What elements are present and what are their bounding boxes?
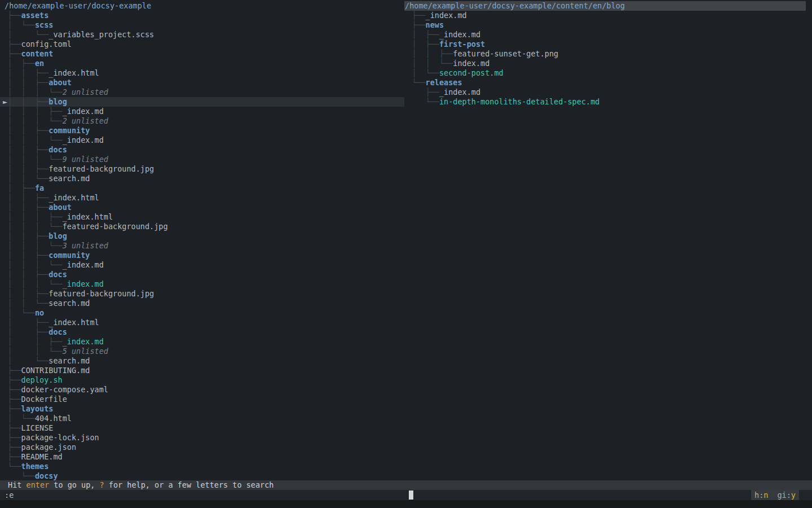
directory-name[interactable]: releases: [426, 78, 462, 87]
tree-row[interactable]: └──themes: [0, 462, 404, 471]
directory-name[interactable]: themes: [21, 462, 49, 471]
tree-row[interactable]: │ │ └──search.md: [0, 174, 404, 183]
tree-row[interactable]: │ │ ├──docs: [0, 270, 404, 279]
directory-name[interactable]: docs: [48, 145, 67, 154]
file-name[interactable]: in-depth-monoliths-detailed-spec.md: [439, 97, 599, 106]
directory-name[interactable]: about: [48, 78, 72, 87]
tree-row[interactable]: │ └──no: [0, 308, 404, 318]
file-name[interactable]: _index.html: [48, 68, 99, 77]
tree-row[interactable]: ├──_index.md: [404, 11, 812, 20]
tree-row[interactable]: │ │ └──5 unlisted: [0, 347, 404, 356]
tree-row[interactable]: │ │ │ └──featured-background.jpg: [0, 222, 404, 231]
tree-row[interactable]: │ ├──docs: [0, 327, 404, 337]
file-name[interactable]: _index.md: [439, 87, 480, 97]
tree-row[interactable]: ├──news: [404, 20, 812, 30]
directory-name[interactable]: community: [48, 251, 90, 260]
directory-name[interactable]: layouts: [21, 404, 54, 413]
tree-row[interactable]: │ │ ├──_index.html: [0, 68, 404, 78]
file-name[interactable]: search.md: [48, 174, 90, 183]
file-name[interactable]: config.toml: [21, 40, 72, 49]
directory-name[interactable]: fa: [35, 183, 44, 192]
tree-row[interactable]: ►│ │ ├──blog: [0, 97, 404, 107]
tree-row[interactable]: ├──Dockerfile: [0, 395, 404, 404]
tree-row[interactable]: │ │ │ └──3 unlisted: [0, 241, 404, 251]
command-input-right[interactable]: h:ngi:y: [409, 490, 812, 500]
file-name[interactable]: search.md: [48, 299, 90, 308]
file-name[interactable]: docker-compose.yaml: [21, 385, 108, 394]
file-name[interactable]: second-post.md: [439, 68, 504, 77]
tree-row[interactable]: │ │ ├──docs: [0, 145, 404, 155]
tree-row[interactable]: ├──docker-compose.yaml: [0, 385, 404, 395]
tree-row[interactable]: │ ├──fa: [0, 183, 404, 193]
tree-row[interactable]: └──docsy: [0, 471, 404, 480]
file-name[interactable]: package-lock.json: [21, 433, 99, 442]
tree-row[interactable]: ├──README.md: [0, 452, 404, 462]
tree-row[interactable]: │ ├──first-post: [404, 40, 812, 49]
directory-name[interactable]: no: [35, 308, 44, 317]
tree-row[interactable]: │ │ │ └──_index.md: [0, 135, 404, 145]
tree-row[interactable]: └──releases: [404, 78, 812, 87]
tree-row[interactable]: │ │ │ └──_index.md: [0, 260, 404, 270]
tree-row[interactable]: ├──CONTRIBUTING.md: [0, 366, 404, 375]
tree-row[interactable]: │ │ ├──_index.md: [0, 337, 404, 347]
file-name[interactable]: Dockerfile: [21, 395, 67, 404]
tree-row[interactable]: ├──package.json: [0, 443, 404, 452]
tree-row[interactable]: │ │ ├──community: [0, 126, 404, 135]
tree-row[interactable]: └──in-depth-monoliths-detailed-spec.md: [404, 97, 812, 107]
file-name[interactable]: featured-background.jpg: [48, 164, 154, 173]
file-name[interactable]: _index.md: [63, 135, 104, 144]
directory-name[interactable]: docsy: [35, 471, 58, 480]
file-name[interactable]: _index.md: [63, 337, 104, 346]
tree-row[interactable]: ├──LICENSE: [0, 423, 404, 433]
file-name[interactable]: deploy.sh: [21, 375, 63, 384]
tree-row[interactable]: ├──config.toml: [0, 40, 404, 49]
tree-row[interactable]: │ │ ├──_index.html: [0, 193, 404, 203]
file-name[interactable]: _variables_project.scss: [48, 30, 154, 39]
tree-row[interactable]: │ └──search.md: [0, 356, 404, 366]
command-input-left[interactable]: :e: [0, 490, 409, 500]
directory-name[interactable]: first-post: [439, 40, 485, 49]
tree-row[interactable]: ├──content: [0, 49, 404, 59]
tree-row[interactable]: │ │ ├──featured-sunset-get.png: [404, 49, 812, 59]
tree-row[interactable]: ├──deploy.sh: [0, 375, 404, 385]
tree-row[interactable]: │ └──scss: [0, 20, 404, 30]
file-name[interactable]: featured-background.jpg: [63, 222, 168, 231]
tree-row[interactable]: │ │ ├──community: [0, 251, 404, 260]
tree-row[interactable]: │ │ └──search.md: [0, 299, 404, 308]
directory-name[interactable]: docs: [48, 270, 67, 279]
directory-name[interactable]: about: [48, 203, 72, 212]
tree-row[interactable]: │ │ │ └──_index.md: [0, 279, 404, 289]
tree-row[interactable]: │ ├──en: [0, 59, 404, 68]
file-name[interactable]: _index.html: [48, 318, 99, 327]
file-name[interactable]: LICENSE: [21, 423, 54, 432]
file-name[interactable]: _index.html: [48, 193, 99, 202]
tree-row[interactable]: │ │ ├──about: [0, 203, 404, 212]
tree-row[interactable]: │ │ └──index.md: [404, 59, 812, 68]
file-name[interactable]: README.md: [21, 452, 63, 461]
tree-row[interactable]: │ │ ├──featured-background.jpg: [0, 289, 404, 299]
tree-row[interactable]: │ └──second-post.md: [404, 68, 812, 78]
tree-row[interactable]: ├──_index.md: [404, 87, 812, 97]
directory-name[interactable]: scss: [35, 20, 54, 29]
file-name[interactable]: featured-background.jpg: [48, 289, 154, 298]
tree-row[interactable]: │ ├──_index.html: [0, 318, 404, 327]
file-name[interactable]: search.md: [48, 356, 90, 365]
tree-row[interactable]: │ │ │ └──9 unlisted: [0, 155, 404, 164]
tree-row[interactable]: ├──assets: [0, 11, 404, 20]
tree-row[interactable]: │ │ │ ├──_index.html: [0, 212, 404, 222]
file-name[interactable]: _index.html: [63, 212, 113, 221]
file-name[interactable]: _index.md: [426, 11, 467, 20]
file-name[interactable]: featured-sunset-get.png: [453, 49, 558, 58]
file-name[interactable]: _index.md: [63, 260, 104, 269]
directory-name[interactable]: content: [21, 49, 54, 58]
tree-row[interactable]: │ ├──_index.md: [404, 30, 812, 40]
tree-row[interactable]: │ │ │ ├──_index.md: [0, 107, 404, 116]
tree-row[interactable]: │ └──_variables_project.scss: [0, 30, 404, 40]
directory-name[interactable]: community: [48, 126, 90, 135]
directory-name[interactable]: blog: [48, 97, 67, 106]
tree-row[interactable]: │ │ │ └──2 unlisted: [0, 116, 404, 126]
tree-row[interactable]: ├──layouts: [0, 404, 404, 414]
directory-name[interactable]: en: [35, 59, 44, 68]
file-name[interactable]: index.md: [453, 59, 489, 68]
file-name[interactable]: _index.md: [439, 30, 480, 39]
